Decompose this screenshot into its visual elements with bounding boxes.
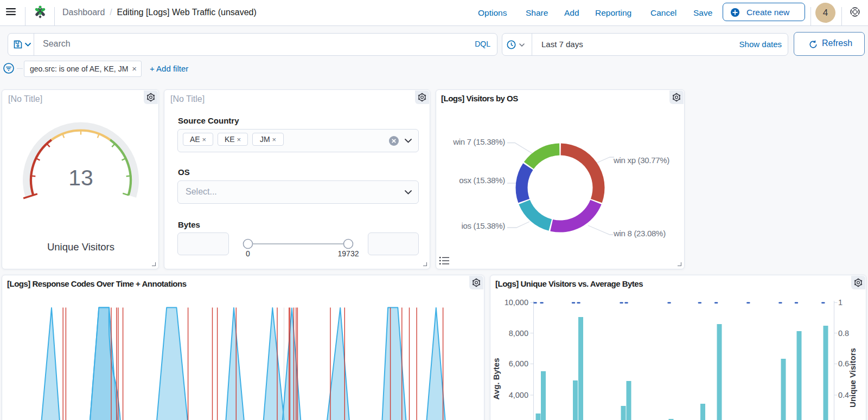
svg-text:19732: 19732 — [338, 249, 359, 258]
svg-text:Avg. Bytes: Avg. Bytes — [492, 358, 501, 400]
svg-text:Unique Visitors: Unique Visitors — [47, 241, 114, 253]
svg-text:Unique Visitors: Unique Visitors — [848, 348, 857, 408]
svg-text:13: 13 — [68, 165, 93, 190]
svg-text:0: 0 — [246, 249, 250, 258]
svg-text:6,000: 6,000 — [509, 359, 528, 368]
svg-text:10,000: 10,000 — [505, 298, 528, 307]
svg-text:0.8: 0.8 — [838, 329, 849, 338]
svg-text:1: 1 — [838, 298, 843, 307]
svg-text:4,000: 4,000 — [509, 391, 528, 399]
svg-text:8,000: 8,000 — [509, 329, 528, 338]
